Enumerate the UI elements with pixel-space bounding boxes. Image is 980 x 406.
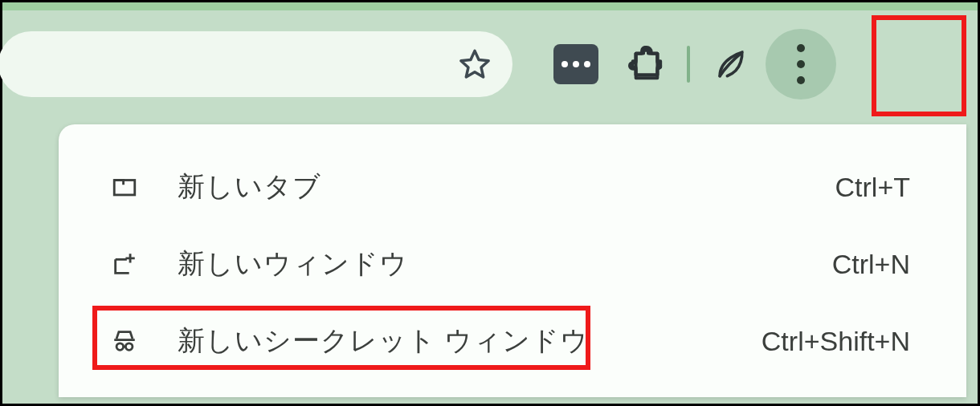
tab-strip-edge [2,2,978,10]
menu-item-label: 新しいウィンドウ [178,246,408,282]
toolbar-actions [541,31,962,97]
window-plus-icon [107,250,142,278]
tab-icon [107,173,142,201]
menu-item-label: 新しいタブ [178,168,321,205]
puzzle-icon [628,46,665,83]
energy-saver-button[interactable] [695,31,766,97]
menu-item-new-window[interactable]: 新しいウィンドウ Ctrl+N [59,225,966,302]
extensions-button[interactable] [611,31,682,97]
incognito-icon [107,327,142,355]
menu-item-label: 新しいシークレット ウィンドウ [178,323,589,359]
browser-toolbar-frame: 新しいタブ Ctrl+T 新しいウィンドウ Ctrl+N [0,0,980,406]
menu-item-new-tab[interactable]: 新しいタブ Ctrl+T [59,148,966,225]
leaf-icon [713,47,748,82]
svg-point-2 [125,343,133,351]
chrome-menu-button[interactable] [766,31,836,97]
svg-point-1 [116,343,124,351]
chrome-menu-dropdown: 新しいタブ Ctrl+T 新しいウィンドウ Ctrl+N [59,124,966,397]
menu-item-shortcut: Ctrl+N [832,249,910,280]
address-bar[interactable] [0,31,512,97]
more-vert-icon [766,29,836,99]
password-manager-button[interactable] [541,31,611,97]
password-icon [553,44,598,84]
bookmark-star-icon[interactable] [458,47,492,81]
menu-item-new-incognito-window[interactable]: 新しいシークレット ウィンドウ Ctrl+Shift+N [59,302,966,380]
menu-item-shortcut: Ctrl+Shift+N [762,326,910,357]
toolbar-separator [687,46,690,83]
menu-item-shortcut: Ctrl+T [835,172,911,203]
